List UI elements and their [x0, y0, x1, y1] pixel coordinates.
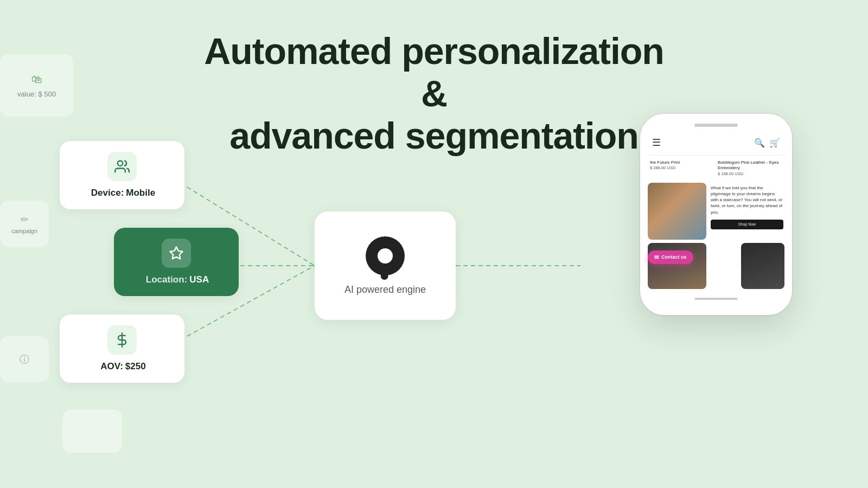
location-segment-card: Location:USA — [114, 228, 239, 296]
product-1-name: the Future Print — [650, 160, 714, 165]
banner-image — [648, 183, 706, 240]
bottom-image-2 — [741, 243, 784, 289]
phone-products-row: the Future Print $ 288.00 USD Bubblegum … — [648, 156, 784, 181]
location-icon — [162, 239, 191, 268]
aov-segment-card: AOV:$250 — [60, 314, 184, 383]
hamburger-icon: ☰ — [652, 137, 661, 149]
phone-product-2: Bubblegum Pink Leather - Eyes Embroidery… — [718, 160, 782, 176]
phone-product-1: the Future Print $ 288.00 USD — [650, 160, 714, 176]
cart-icon: 🛒 — [769, 138, 780, 148]
bag-icon: 🛍 — [31, 73, 42, 86]
product-1-price: $ 288.00 USD — [650, 165, 714, 170]
phone-mockup: ☰ 🔍 🛒 the Future Print $ 288.00 USD Bubb… — [640, 114, 792, 315]
phone-bottom-row — [648, 243, 784, 289]
bottom-image-1 — [648, 243, 706, 289]
phone-frame: ☰ 🔍 🛒 the Future Print $ 288.00 USD Bubb… — [640, 114, 792, 315]
ai-engine-card: AI powered engine — [315, 211, 456, 320]
device-label: Device:Mobile — [89, 188, 155, 198]
page-heading: Automated personalization & advanced seg… — [190, 30, 678, 157]
phone-banner: What if we told you that the pilgrimage … — [648, 183, 784, 240]
contact-us-label: Contact us — [661, 254, 687, 260]
ai-engine-label: AI powered engine — [344, 284, 426, 296]
background-card-mid: ✏ campaign — [0, 201, 49, 247]
ai-logo-inner — [378, 248, 393, 264]
mail-icon: ✉ — [654, 254, 659, 260]
background-card-bot: ⓘ — [0, 336, 49, 382]
top-card-label: value: $ 500 — [17, 90, 56, 98]
location-label: Location:USA — [144, 274, 209, 285]
phone-header: ☰ 🔍 🛒 — [648, 134, 784, 156]
contact-us-button[interactable]: ✉ Contact us — [648, 251, 693, 264]
svg-point-4 — [118, 161, 123, 166]
edit-icon: ✏ — [21, 214, 29, 226]
mid-card-label: campaign — [11, 228, 37, 234]
svg-marker-5 — [170, 247, 182, 259]
device-icon — [107, 152, 137, 181]
product-2-price: $ 198.00 USD — [718, 171, 782, 176]
product-2-name: Bubblegum Pink Leather - Eyes Embroidery — [718, 160, 782, 171]
banner-text: What if we told you that the pilgrimage … — [710, 183, 784, 240]
background-card-footer — [62, 409, 122, 453]
info-icon: ⓘ — [20, 353, 29, 366]
heading-line1: Automated personalization & — [204, 30, 664, 114]
aov-label: AOV:$250 — [98, 361, 145, 372]
shop-now-btn[interactable]: Shop Now — [711, 220, 783, 229]
phone-home-bar — [694, 298, 738, 300]
device-segment-card: Device:Mobile — [60, 141, 184, 209]
search-icon: 🔍 — [754, 138, 765, 148]
phone-header-icons: 🔍 🛒 — [754, 138, 780, 148]
phone-notch — [694, 124, 738, 127]
ai-logo — [366, 236, 405, 275]
heading-line2: advanced segmentation — [229, 115, 639, 156]
background-card-top: 🛍 value: $ 500 — [0, 54, 73, 117]
aov-icon — [107, 325, 137, 355]
